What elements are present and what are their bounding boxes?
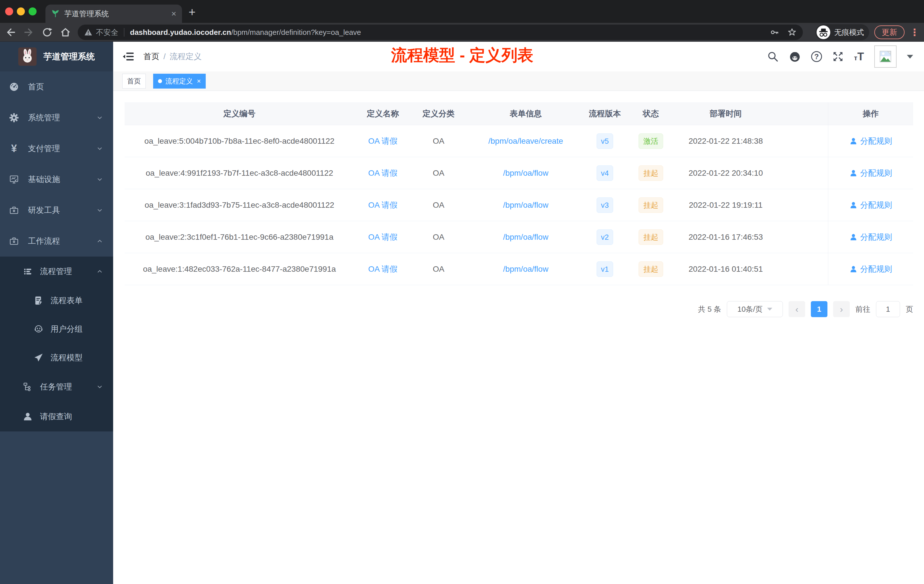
fullscreen-icon[interactable] (832, 51, 844, 62)
deploy-time: 2022-01-22 21:48:38 (678, 125, 774, 157)
definition-id: oa_leave:5:004b710b-7b8a-11ec-8ef0-acde4… (125, 125, 354, 157)
password-key-icon[interactable] (770, 28, 779, 37)
sidebar-item-process-model[interactable]: 流程模型 (0, 343, 113, 372)
toolbox-icon (9, 205, 19, 215)
sidebar-logo-row[interactable]: 芋道管理系统 (0, 42, 113, 71)
deploy-time: 2022-01-16 01:40:51 (678, 253, 774, 285)
assign-rule-label: 分配规则 (860, 168, 892, 178)
sidebar-item-label: 用户分组 (51, 324, 82, 335)
table-row: oa_leave:2:3c1f0ef1-76b1-11ec-9c66-a2380… (125, 221, 913, 253)
avatar-caret-icon[interactable] (907, 55, 913, 59)
form-info-link[interactable]: /bpm/oa/flow (503, 233, 549, 242)
assign-rule-label: 分配规则 (860, 136, 892, 147)
assign-rule-action[interactable]: 分配规则 (828, 125, 913, 157)
back-icon[interactable] (5, 27, 16, 38)
window-controls[interactable] (5, 7, 36, 15)
home-icon[interactable] (60, 27, 71, 38)
not-secure-label[interactable]: 不安全 (96, 27, 118, 38)
url-text[interactable]: dashboard.yudao.iocoder.cn/bpm/manager/d… (130, 28, 361, 37)
sidebar-item-label: 支付管理 (28, 143, 60, 154)
github-icon[interactable] (789, 51, 801, 63)
sidebar-item-label: 流程模型 (51, 352, 82, 363)
form-info-link[interactable]: /bpm/oa/leave/create (488, 137, 563, 146)
sidebar-item-payment[interactable]: ¥ 支付管理 (0, 133, 113, 164)
sidebar-item-label: 基础设施 (28, 174, 60, 185)
sidebar-item-process-form[interactable]: 流程表单 (0, 286, 113, 315)
sidebar-item-system[interactable]: 系统管理 (0, 102, 113, 133)
definition-id: oa_leave:3:1fad3d93-7b75-11ec-a3c8-acde4… (125, 189, 354, 221)
paper-plane-icon (34, 353, 43, 363)
browser-menu-icon[interactable]: ⋮ (910, 30, 919, 35)
assign-rule-action[interactable]: 分配规则 (828, 221, 913, 253)
page-unit-label: 页 (906, 304, 913, 314)
definition-name-link[interactable]: OA 请假 (368, 264, 398, 275)
sidebar-item-home[interactable]: 首页 (0, 71, 113, 102)
forward-icon[interactable] (23, 27, 34, 38)
page-number-1[interactable]: 1 (811, 301, 827, 317)
reload-icon[interactable] (42, 27, 53, 38)
version-badge: v4 (597, 165, 613, 181)
sidebar-item-label: 流程表单 (51, 295, 82, 306)
sidebar-item-workflow[interactable]: 工作流程 (0, 226, 113, 257)
form-info-link[interactable]: /bpm/oa/flow (503, 168, 549, 178)
next-page-button[interactable]: › (833, 301, 850, 317)
definition-id: oa_leave:4:991f2193-7b7f-11ec-a3c8-acde4… (125, 157, 354, 189)
avatar[interactable] (874, 45, 897, 68)
assign-rule-action[interactable]: 分配规则 (828, 189, 913, 221)
sidebar-item-dev-tools[interactable]: 研发工具 (0, 195, 113, 226)
sidebar-item-task-management[interactable]: 任务管理 (0, 372, 113, 402)
definition-name-link[interactable]: OA 请假 (368, 232, 398, 243)
sidebar-item-infrastructure[interactable]: 基础设施 (0, 164, 113, 195)
robot-face-icon (34, 324, 43, 334)
bookmark-star-icon[interactable] (787, 28, 797, 37)
url-path: /bpm/manager/definition?key=oa_leave (231, 28, 361, 36)
tag-close-icon[interactable]: × (197, 78, 201, 84)
close-window-button[interactable] (5, 7, 13, 15)
pagination: 共 5 条 10条/页 ‹ 1 › 前往 页 (125, 301, 913, 317)
tag-home[interactable]: 首页 (122, 74, 146, 89)
gear-icon (9, 113, 19, 122)
status-badge: 挂起 (639, 165, 663, 181)
sidebar-item-label: 任务管理 (40, 381, 72, 392)
minimize-window-button[interactable] (17, 7, 25, 15)
definition-name-link[interactable]: OA 请假 (368, 168, 398, 178)
tab-close-icon[interactable]: × (171, 10, 176, 18)
tag-current[interactable]: 流程定义 × (153, 74, 206, 89)
search-icon[interactable] (767, 51, 779, 62)
definition-name-link[interactable]: OA 请假 (368, 136, 398, 147)
assign-rule-action[interactable]: 分配规则 (828, 253, 913, 285)
prev-page-button[interactable]: ‹ (789, 301, 805, 317)
sidebar-item-user-group[interactable]: 用户分组 (0, 315, 113, 343)
incognito-label: 无痕模式 (834, 27, 864, 38)
breadcrumb-home[interactable]: 首页 (144, 51, 159, 62)
sidebar-item-process-management[interactable]: 流程管理 (0, 257, 113, 286)
new-tab-button[interactable]: + (188, 6, 196, 18)
browser-tab[interactable]: 芋道管理系统 × (45, 5, 182, 23)
sidebar-item-leave-query[interactable]: 请假查询 (0, 402, 113, 431)
form-info-link[interactable]: /bpm/oa/flow (503, 265, 549, 274)
row-spacer (774, 253, 828, 285)
update-button[interactable]: 更新 (874, 25, 904, 39)
goto-page-input[interactable] (876, 301, 900, 317)
page-size-select[interactable]: 10条/页 (727, 301, 783, 317)
deploy-time: 2022-01-22 19:19:11 (678, 189, 774, 221)
incognito-icon (817, 25, 830, 39)
font-size-icon[interactable]: тT (854, 51, 864, 63)
table-row: oa_leave:1:482ec033-762a-11ec-8477-a2380… (125, 253, 913, 285)
list-icon (23, 267, 33, 276)
help-icon[interactable]: ? (811, 51, 822, 62)
form-info-link[interactable]: /bpm/oa/flow (503, 201, 549, 210)
url-bar[interactable]: 不安全 dashboard.yudao.iocoder.cn/bpm/manag… (78, 25, 803, 40)
assign-rule-action[interactable]: 分配规则 (828, 157, 913, 189)
deploy-time: 2022-01-22 20:34:10 (678, 157, 774, 189)
status-badge: 挂起 (639, 229, 663, 245)
version-badge: v1 (597, 261, 613, 277)
user-icon (850, 265, 858, 273)
zoom-window-button[interactable] (28, 7, 36, 15)
not-secure-warning-icon[interactable] (84, 28, 92, 36)
column-header-spacer (774, 102, 828, 125)
url-host: dashboard.yudao.iocoder.cn (130, 28, 231, 36)
sidebar-collapse-icon[interactable] (123, 51, 134, 62)
definition-name-link[interactable]: OA 请假 (368, 200, 398, 211)
workflow-submenu: 流程管理 流程表单 (0, 257, 113, 431)
